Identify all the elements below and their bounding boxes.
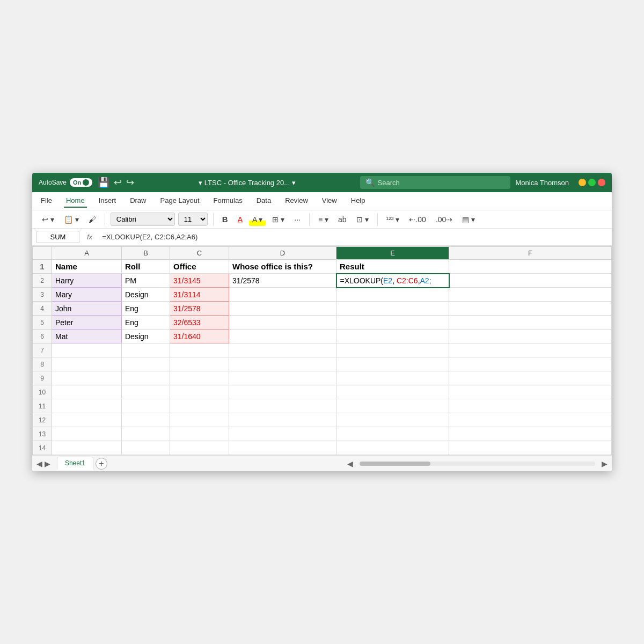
cell-b11[interactable]	[122, 399, 170, 413]
cell-c5[interactable]: 32/6533	[170, 316, 229, 330]
cell-a3[interactable]: Mary	[52, 288, 122, 302]
cell-c13[interactable]	[170, 427, 229, 441]
cell-a8[interactable]	[52, 357, 122, 371]
cell-e10[interactable]	[336, 385, 449, 399]
cell-b14[interactable]	[122, 441, 170, 455]
font-size-selector[interactable]: 11	[178, 213, 208, 226]
formula-display[interactable]: =XLOOKUP(E2, C2:C6,A2;A6)	[100, 231, 608, 243]
cell-b10[interactable]	[122, 385, 170, 399]
cell-e6[interactable]	[336, 330, 449, 343]
cell-f11[interactable]	[449, 399, 612, 413]
cell-d8[interactable]	[229, 357, 336, 371]
cell-b7[interactable]	[122, 343, 170, 357]
autosave-toggle[interactable]: On	[70, 178, 92, 187]
cell-a14[interactable]	[52, 441, 122, 455]
decimal-less-button[interactable]: ⇠.00	[406, 213, 429, 226]
cell-b2[interactable]: PM	[122, 274, 170, 288]
align-button[interactable]: ≡ ▾	[315, 213, 332, 226]
cell-b6[interactable]: Design	[122, 330, 170, 343]
cell-e11[interactable]	[336, 399, 449, 413]
borders-button[interactable]: ⊞ ▾	[269, 213, 288, 226]
decimal-more-button[interactable]: .00⇢	[433, 213, 456, 226]
sheet-tab-sheet1[interactable]: Sheet1	[57, 457, 93, 470]
cell-a2[interactable]: Harry	[52, 274, 122, 288]
cell-d13[interactable]	[229, 427, 336, 441]
cell-f13[interactable]	[449, 427, 612, 441]
cell-c6[interactable]: 31/1640	[170, 330, 229, 343]
cell-e12[interactable]	[336, 413, 449, 427]
cell-d2[interactable]: 31/2578	[229, 274, 336, 288]
cell-a13[interactable]	[52, 427, 122, 441]
cell-b9[interactable]	[122, 371, 170, 385]
horizontal-scroll-left[interactable]: ◀	[347, 459, 353, 468]
cell-c8[interactable]	[170, 357, 229, 371]
cell-d11[interactable]	[229, 399, 336, 413]
save-icon[interactable]: 💾	[98, 177, 109, 188]
cell-e8[interactable]	[336, 357, 449, 371]
cell-b12[interactable]	[122, 413, 170, 427]
cell-b13[interactable]	[122, 427, 170, 441]
cell-e7[interactable]	[336, 343, 449, 357]
col-header-c[interactable]: C	[170, 247, 229, 260]
cell-c7[interactable]	[170, 343, 229, 357]
cell-f2[interactable]	[449, 274, 612, 288]
cell-f10[interactable]	[449, 385, 612, 399]
col-header-d[interactable]: D	[229, 247, 336, 260]
redo-icon[interactable]: ↪	[126, 177, 134, 188]
cell-e2[interactable]: =XLOOKUP(E2, C2:C6,A2;	[336, 274, 449, 288]
add-sheet-button[interactable]: +	[96, 458, 107, 470]
cell-a7[interactable]	[52, 343, 122, 357]
cell-c12[interactable]	[170, 413, 229, 427]
cell-d4[interactable]	[229, 302, 336, 316]
font-color-button[interactable]: A	[235, 213, 246, 226]
menu-page-layout[interactable]: Page Layout	[158, 194, 202, 208]
cell-c14[interactable]	[170, 441, 229, 455]
undo-icon[interactable]: ↩	[114, 177, 122, 188]
cell-e5[interactable]	[336, 316, 449, 330]
cell-a5[interactable]: Peter	[52, 316, 122, 330]
cell-a12[interactable]	[52, 413, 122, 427]
cell-f9[interactable]	[449, 371, 612, 385]
menu-formulas[interactable]: Formulas	[211, 194, 245, 208]
cell-a4[interactable]: John	[52, 302, 122, 316]
bold-button[interactable]: B	[219, 213, 231, 226]
number-format-button[interactable]: ¹²³ ▾	[383, 213, 403, 226]
cell-e9[interactable]	[336, 371, 449, 385]
undo-button[interactable]: ↩ ▾	[39, 213, 57, 226]
cell-d10[interactable]	[229, 385, 336, 399]
sheet-nav[interactable]: ◀ ▶	[36, 459, 50, 468]
cell-f4[interactable]	[449, 302, 612, 316]
cell-c4[interactable]: 31/2578	[170, 302, 229, 316]
cell-f3[interactable]	[449, 288, 612, 302]
format-painter-button[interactable]: 🖌	[85, 213, 99, 226]
col-header-b[interactable]: B	[122, 247, 170, 260]
cell-f14[interactable]	[449, 441, 612, 455]
menu-draw[interactable]: Draw	[128, 194, 148, 208]
maximize-button[interactable]	[588, 179, 596, 186]
cell-e1[interactable]: Result	[336, 260, 449, 274]
cell-f7[interactable]	[449, 343, 612, 357]
menu-file[interactable]: File	[39, 194, 54, 208]
cell-a6[interactable]: Mat	[52, 330, 122, 343]
col-header-f[interactable]: F	[449, 247, 612, 260]
horizontal-scrollbar[interactable]	[360, 462, 595, 466]
cell-d14[interactable]	[229, 441, 336, 455]
cell-d3[interactable]	[229, 288, 336, 302]
cell-d7[interactable]	[229, 343, 336, 357]
cell-c3[interactable]: 31/3114	[170, 288, 229, 302]
cell-d1[interactable]: Whose office is this?	[229, 260, 336, 274]
cell-c9[interactable]	[170, 371, 229, 385]
menu-view[interactable]: View	[320, 194, 339, 208]
cell-f8[interactable]	[449, 357, 612, 371]
search-input[interactable]	[378, 179, 505, 187]
menu-home[interactable]: Home	[64, 194, 87, 208]
cell-b4[interactable]: Eng	[122, 302, 170, 316]
cell-b8[interactable]	[122, 357, 170, 371]
cell-f1[interactable]	[449, 260, 612, 274]
cell-a1[interactable]: Name	[52, 260, 122, 274]
cell-d6[interactable]	[229, 330, 336, 343]
close-button[interactable]	[598, 179, 605, 186]
cell-b5[interactable]: Eng	[122, 316, 170, 330]
menu-data[interactable]: Data	[254, 194, 273, 208]
col-header-a[interactable]: A	[52, 247, 122, 260]
